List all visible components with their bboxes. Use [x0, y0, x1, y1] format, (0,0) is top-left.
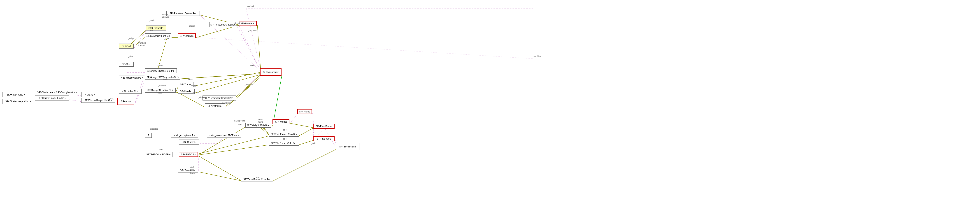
- label-renderer: _renderer: [248, 29, 257, 32]
- label-clip: _clip: [148, 27, 153, 29]
- label-dcontext1: _dcontext: [245, 83, 253, 86]
- label-color4: _color: [282, 138, 287, 140]
- node-sfxArray: SFXArray: [118, 98, 134, 105]
- node-static-exception-T: static_exception< T >: [171, 133, 198, 138]
- node-sfyBevelFrame: SFYBevelFrame: [336, 143, 360, 150]
- node-sfyResponderPtr: < SFYResponderPtr >: [119, 75, 145, 80]
- node-uint32: « Uint32 »: [81, 92, 98, 97]
- diagram-container: SFAHeap< Alloc > SFACIusterHeap< Alloc >…: [0, 0, 980, 203]
- label-origin-sfxgrid: _origin: [128, 37, 134, 40]
- label-context-top: _context: [246, 5, 254, 7]
- node-sfxSize: SFXSize: [119, 62, 134, 67]
- label-size: _size: [128, 55, 133, 58]
- label-handler: _handler: [158, 85, 166, 87]
- node-sfyResponder-flagRec: SFYResponder::FlagRec: [209, 22, 236, 27]
- node-sfaHeap: SFAHeap< Alloc >: [2, 92, 29, 97]
- label-global: _global: [188, 25, 195, 27]
- label-tracer2: _tracer: [190, 85, 197, 87]
- label-dcontext2: _dcontext: [198, 96, 207, 98]
- label-background: background: [234, 120, 245, 122]
- label-shadow: shadow: [257, 123, 264, 125]
- label-updates: updates: [162, 16, 169, 18]
- label-clip2: _clip: [148, 29, 153, 31]
- label-exception: _exception: [148, 128, 159, 130]
- label-buf: _buf_: [108, 98, 114, 100]
- label-color3: _color: [282, 129, 287, 131]
- label-base: _base: [189, 172, 195, 174]
- node-sfaClusterHeap-cfo: SFACIusterHeap< CFODebugMonitor >: [35, 90, 79, 95]
- node-sfyWidget: SFYWidget: [272, 119, 290, 124]
- label-frame: frame: [258, 121, 263, 123]
- node-T: T: [145, 133, 152, 138]
- label-color5: _color: [311, 142, 317, 144]
- label-dark: _dark: [189, 166, 194, 168]
- label-graphics: graphics: [533, 55, 541, 58]
- node-sfyRenderer-contextRec: SFYRenderer::ContextRec: [166, 11, 200, 16]
- node-nodeRecPtr: < NodeRecPtr >: [119, 89, 142, 94]
- node-sfxRGBColor-rgbRec: SFXRGBColor::RGBRec: [145, 152, 172, 157]
- node-static-exception-sfcError: static_exception< SFCError >: [207, 133, 241, 138]
- label-level: _level: [255, 176, 260, 178]
- node-sfaClusterHeap-alloc: SFACIusterHeap< Alloc >: [2, 99, 34, 104]
- node-sfyDistributor-contextRec: SFYDistributor::ContextRec: [202, 96, 236, 101]
- label-child: _child: [249, 65, 255, 67]
- node-sfyResponder: SFYResponder: [260, 69, 282, 76]
- node-sfxGrid: SFXGrid: [119, 43, 134, 48]
- label-origin-top: _origin: [149, 19, 155, 21]
- label-focus: focus: [258, 118, 263, 121]
- node-sfyBevelColor: SFYBevelColor: [178, 168, 198, 173]
- label-handler2: _handler: [191, 91, 199, 94]
- label-color2: _color: [237, 123, 242, 125]
- node-sfxGraphics: SFXGraphics: [178, 34, 196, 38]
- label-color1: _color: [158, 148, 163, 150]
- node-sfxRGBColor: SFXRGBColor: [179, 152, 198, 157]
- label-real: real: [235, 24, 239, 27]
- node-sfyFrame: SFYFrame: [298, 109, 312, 114]
- label-node1: _node: [162, 78, 168, 80]
- label-render: render: [162, 14, 168, 16]
- node-sfyPlainFrame: SFYPIainFrame: [313, 124, 334, 129]
- node-sfxArray-cacheRecPtr: SFXArray< CacheRecPtr >: [145, 69, 177, 74]
- label-cache: _cache: [156, 65, 163, 67]
- node-sfyPlainFrame-colorRec: SFYPIainFrame::ColorRec: [269, 132, 299, 137]
- label-light: _light: [189, 169, 194, 171]
- label-node2: _node: [156, 92, 162, 94]
- label-translate: _translate: [137, 42, 146, 44]
- label-translate2: _translate: [137, 44, 146, 46]
- node-sfyDistributor: SFYDistributor: [205, 104, 225, 109]
- label-virtual: virtual: [234, 22, 240, 24]
- label-distributor: _distributor: [221, 102, 231, 104]
- node-sfyFlatFrame: SFYFIatFrame: [313, 136, 334, 141]
- label-tracer1: _tracer: [187, 78, 193, 80]
- node-sfyFlatFrame-colorRec: SFYFIatFrame::ColorRec: [269, 141, 299, 145]
- node-sfxClusterHeap-t-alloc: SFXCIusterHeap< T, Alloc >: [35, 96, 69, 101]
- node-sfcError: < SFCError >: [179, 139, 199, 144]
- label-font: _font: [164, 37, 169, 40]
